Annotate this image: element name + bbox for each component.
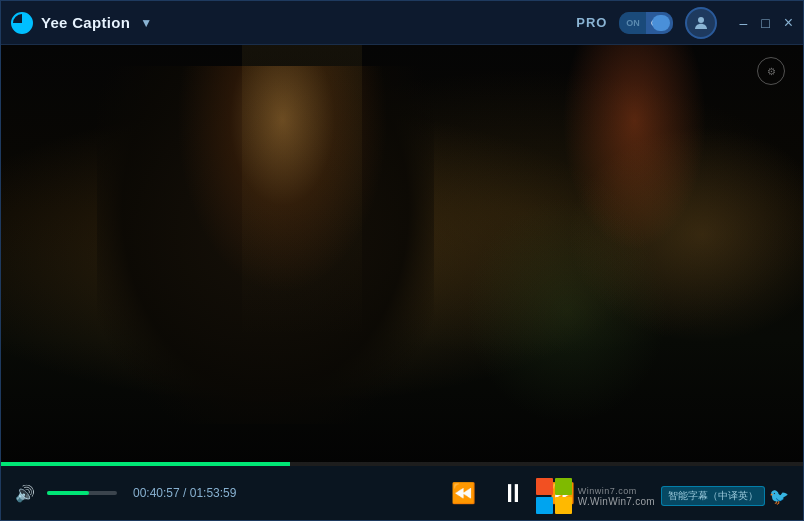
titlebar-right: PRO ON OFF – □ × [576, 7, 793, 39]
volume-slider[interactable] [47, 491, 117, 495]
bird-icon: 🐦 [769, 487, 789, 506]
watermark-line1: Winwin7.com [578, 486, 637, 496]
app-window: Yee Caption ▼ PRO ON OFF – □ × [0, 0, 804, 521]
pro-badge: PRO [576, 15, 607, 30]
windows-logo-icon [536, 478, 572, 514]
pro-toggle[interactable]: ON OFF [619, 12, 673, 34]
volume-button[interactable]: 🔊 [15, 484, 35, 503]
maximize-button[interactable]: □ [761, 16, 769, 30]
caption-badge-text: 智能字幕（中译英） [661, 486, 765, 506]
play-pause-button[interactable]: ⏸ [500, 478, 526, 509]
bottom-watermark: Winwin7.com W.WinWin7.com 智能字幕（中译英） 🐦 [536, 478, 789, 514]
win-quad-green [555, 478, 572, 495]
controls-bar: 🔊 00:40:57 / 01:53:59 ⏪ ⏸ ⏩ Winwin7.com [1, 466, 803, 520]
titlebar-left: Yee Caption ▼ [11, 12, 576, 34]
video-area[interactable]: ⚙ [1, 45, 803, 466]
user-avatar-button[interactable] [685, 7, 717, 39]
win-quad-yellow [555, 497, 572, 514]
svg-point-0 [698, 17, 704, 23]
light-beam [242, 45, 362, 340]
titlebar: Yee Caption ▼ PRO ON OFF – □ × [1, 1, 803, 45]
dropdown-arrow-icon[interactable]: ▼ [140, 16, 152, 30]
watermark-line2: W.WinWin7.com [578, 496, 655, 507]
time-current: 00:40:57 / 01:53:59 [133, 486, 236, 500]
video-watermark-icon: ⚙ [757, 57, 785, 85]
watermark-text: Winwin7.com W.WinWin7.com [578, 486, 655, 507]
video-scene [1, 45, 803, 466]
toggle-knob [652, 15, 670, 31]
caption-badge: 智能字幕（中译英） 🐦 [661, 486, 789, 506]
win-quad-blue [536, 497, 553, 514]
user-icon [692, 14, 710, 32]
close-button[interactable]: × [784, 15, 793, 31]
app-title: Yee Caption [41, 14, 130, 31]
volume-fill [47, 491, 89, 495]
window-controls: – □ × [739, 15, 793, 31]
toggle-on-label: ON [619, 12, 646, 34]
win-quad-red [536, 478, 553, 495]
minimize-button[interactable]: – [739, 16, 747, 30]
rewind-button[interactable]: ⏪ [451, 481, 476, 505]
kitchen-background [466, 45, 803, 424]
app-icon [11, 12, 33, 34]
